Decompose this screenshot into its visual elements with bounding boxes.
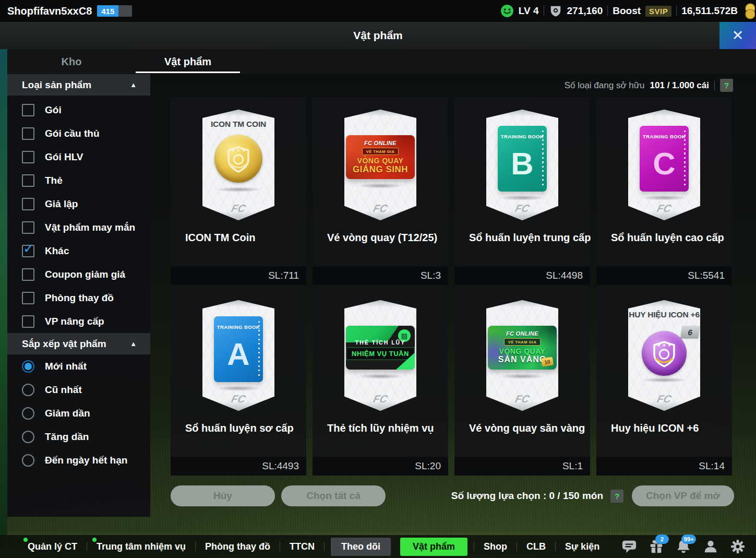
sort-header-label: Sắp xếp vật phẩm xyxy=(22,338,106,350)
bottom-nav-bar: Quản lý CTTrung tâm nhiệm vụPhòng thay đ… xyxy=(0,535,756,558)
product-type-header[interactable]: Loại sản phẩm ▲ xyxy=(7,74,150,96)
smiley-icon xyxy=(500,4,514,18)
item-quantity-value: SL:4493 xyxy=(262,460,299,472)
game-screen: Shopfifavn5xxC8 415 LV 4 271,160 Boost S… xyxy=(0,0,756,558)
sort-header[interactable]: Sắp xếp vật phẩm ▲ xyxy=(7,333,150,354)
filter-goi-hlv[interactable]: Gói HLV xyxy=(7,145,150,169)
filter-the[interactable]: Thẻ xyxy=(7,169,150,192)
bell-icon[interactable]: 99+ xyxy=(676,539,691,554)
radio-icon[interactable] xyxy=(22,360,34,373)
cancel-button[interactable]: Hủy xyxy=(171,485,275,506)
nav-item-vat-pham[interactable]: Vật phẩm xyxy=(400,538,467,556)
checkbox-icon[interactable] xyxy=(22,221,34,234)
notification-badge: 2 xyxy=(655,535,669,544)
settings-icon[interactable] xyxy=(730,539,746,554)
item-card-so-huan-luyen-trung-cap[interactable]: TRAINING BOOK B FC Sổ huấn luyện trung c… xyxy=(454,97,590,285)
sort-moi-nhat[interactable]: Mới nhất xyxy=(7,354,150,378)
ticket-line2: GIÁNG SINH xyxy=(353,164,408,175)
item-name: Thẻ tích lũy nhiệm vụ xyxy=(327,422,434,434)
open-items-button-label: Chọn VP để mở xyxy=(646,490,720,502)
item-card-ve-vong-quay-san-vang[interactable]: FC ONLINE VÉ THAM GIA VÒNG QUAY SĂN VÀNG… xyxy=(454,288,590,476)
filter-phong-thay-o[interactable]: Phòng thay đồ xyxy=(7,286,150,310)
filter-coupon-giam-gia[interactable]: Coupon giảm giá xyxy=(7,263,150,286)
art-zone: ▤ FC ONLINE THẺ TÍCH LŨY NHIỆM VỤ TUẦN xyxy=(344,300,416,393)
gift-icon[interactable]: 2 xyxy=(649,539,664,554)
filter-goi[interactable]: Gói xyxy=(7,98,150,122)
sort-tang-dan[interactable]: Tăng dần xyxy=(7,425,150,448)
checkbox-icon[interactable] xyxy=(22,292,34,304)
checkbox-icon[interactable] xyxy=(22,198,34,210)
pack-art: ICON TM COIN ★ ★ ★ FC xyxy=(202,110,274,220)
radio-icon[interactable] xyxy=(22,431,34,443)
open-items-button[interactable]: Chọn VP để mở xyxy=(632,485,734,506)
ticket-line1: VÒNG QUAY xyxy=(499,347,546,355)
filter-gia-lap[interactable]: Giả lập xyxy=(7,192,150,216)
radio-icon[interactable] xyxy=(22,454,34,467)
ticket-chip: 10 xyxy=(541,357,554,367)
product-type-header-label: Loại sản phẩm xyxy=(22,79,91,91)
spin-ticket-icon: FC ONLINE VÉ THAM GIA VÒNG QUAY GIÁNG SI… xyxy=(346,135,415,179)
filter-label: Phòng thay đồ xyxy=(45,292,114,304)
art-zone: FC ONLINE VÉ THAM GIA VÒNG QUAY SĂN VÀNG… xyxy=(486,300,558,393)
item-card-so-huan-luyen-so-cap[interactable]: TRAINING BOOK A FC Sổ huấn luyện sơ cấp … xyxy=(171,288,306,476)
svip-badge: SVIP xyxy=(645,6,671,17)
player-username: Shopfifavn5xxC8 xyxy=(7,5,92,17)
filter-vat-pham-may-man[interactable]: Vật phẩm may mắn xyxy=(7,216,150,239)
sort-en-ngay-het-han[interactable]: Đến ngày hết hạn xyxy=(7,448,150,472)
checkbox-icon[interactable] xyxy=(22,127,34,140)
select-all-button[interactable]: Chọn tất cả xyxy=(281,485,386,506)
ticket-line2: NHIỆM VỤ TUẦN xyxy=(346,348,414,360)
close-icon: ✕ xyxy=(732,27,744,44)
checkbox-icon[interactable] xyxy=(22,315,34,328)
filter-vp-nang-cap[interactable]: VP nâng cấp xyxy=(7,310,150,333)
item-card-so-huan-luyen-cao-cap[interactable]: TRAINING BOOK C FC Sổ huấn luyện cao cấp… xyxy=(596,97,732,285)
ticket-line2: SĂN VÀNG xyxy=(498,355,546,364)
item-card-ve-vong-quay-t12-25[interactable]: FC ONLINE VÉ THAM GIA VÒNG QUAY GIÁNG SI… xyxy=(313,97,448,285)
sort-giam-dan[interactable]: Giảm dần xyxy=(7,401,150,425)
nav-item-label: Theo dõi xyxy=(341,541,380,552)
checkbox-icon[interactable] xyxy=(22,268,34,281)
sort-cu-nhat[interactable]: Cũ nhất xyxy=(7,378,150,401)
checkbox-icon[interactable] xyxy=(22,104,34,116)
checkbox-icon[interactable] xyxy=(22,174,34,187)
help-icon[interactable]: ? xyxy=(610,490,623,503)
nav-item-shop[interactable]: Shop xyxy=(483,538,508,555)
item-quantity-value: SL:14 xyxy=(699,460,725,472)
filter-khac[interactable]: Khác xyxy=(7,239,150,263)
item-card-icon-tm-coin[interactable]: ICON TM COIN ★ ★ ★ FC ICON TM Coin SL:71… xyxy=(171,97,306,285)
help-icon[interactable]: ? xyxy=(720,79,733,92)
art-zone: TRAINING BOOK C xyxy=(628,110,700,203)
filter-goi-cau-thu[interactable]: Gói cầu thủ xyxy=(7,122,150,145)
chat-icon[interactable] xyxy=(621,539,637,554)
tab-vat-pham[interactable]: Vật phẩm xyxy=(136,49,240,74)
radio-icon[interactable] xyxy=(22,384,34,396)
nav-item-su-kien[interactable]: Sự kiện xyxy=(564,538,601,555)
art-zone: TRAINING BOOK B xyxy=(486,110,558,203)
boost-label[interactable]: Boost xyxy=(613,5,641,17)
fc-logo-icon: FC xyxy=(514,203,531,215)
fc-logo-icon: FC xyxy=(656,203,673,215)
divider xyxy=(607,6,608,16)
item-grid: ICON TM COIN ★ ★ ★ FC ICON TM Coin SL:71… xyxy=(171,97,732,476)
nav-item-trung-tam-nhiem-vu[interactable]: Trung tâm nhiệm vụ xyxy=(95,538,187,555)
nav-icon-group: 299+ xyxy=(621,539,750,554)
trophy-icon xyxy=(549,4,562,18)
checkbox-icon[interactable] xyxy=(22,151,34,163)
filter-label: Khác xyxy=(45,245,69,257)
close-button[interactable]: ✕ xyxy=(719,22,756,49)
checkbox-icon[interactable] xyxy=(22,245,34,257)
nav-item-theo-doi[interactable]: Theo dõi xyxy=(331,538,391,556)
training-book-icon: TRAINING BOOK B xyxy=(498,126,547,192)
cancel-button-label: Hủy xyxy=(213,490,232,502)
top-right-stats: LV 4 271,160 Boost SVIP 16,511.572B xyxy=(500,3,749,19)
item-card-huy-hieu-icon-6[interactable]: HUY HIỆU ICON +6 ★ ★ ★ 6 FC Huy hiệu ICO… xyxy=(596,288,732,476)
radio-icon[interactable] xyxy=(22,407,34,420)
tab-kho[interactable]: Kho xyxy=(7,49,136,74)
profile-icon[interactable] xyxy=(703,539,718,554)
nav-item-quan-ly-ct[interactable]: Quản lý CT xyxy=(27,538,78,555)
nav-item-ttcn[interactable]: TTCN xyxy=(289,538,316,555)
pack-art-title: ICON TM COIN xyxy=(211,120,266,129)
item-card-the-tich-luy-nhiem-vu[interactable]: ▤ FC ONLINE THẺ TÍCH LŨY NHIỆM VỤ TUẦN F… xyxy=(313,288,448,476)
nav-item-phong-thay-o[interactable]: Phòng thay đồ xyxy=(204,538,271,555)
nav-item-clb[interactable]: CLB xyxy=(525,538,547,555)
